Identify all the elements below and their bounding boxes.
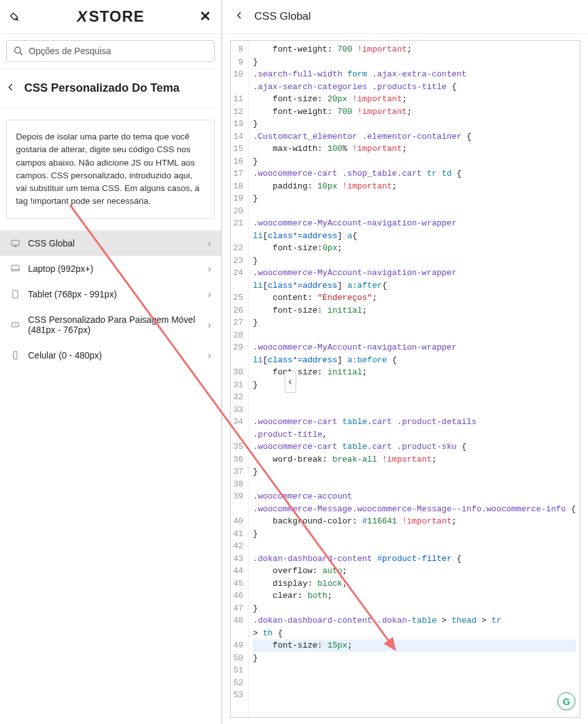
code-line[interactable]: font-size: 20px !important; (253, 93, 576, 106)
menu-item-0[interactable]: CSS Global› (0, 231, 221, 256)
chevron-right-icon: › (208, 264, 212, 274)
menu-item-1[interactable]: Laptop (992px+)› (0, 256, 221, 281)
section-title-row: CSS Personalizado Do Tema (0, 69, 221, 108)
code-line[interactable]: li[class*=address] a{ (253, 230, 576, 243)
device-icon (10, 264, 20, 274)
search-icon (13, 46, 24, 56)
code-line[interactable] (253, 677, 576, 690)
device-icon (10, 238, 20, 248)
svg-rect-5 (11, 265, 19, 271)
code-line[interactable]: background-color: #116641 !important; (253, 515, 576, 528)
logo-text: STORE (89, 8, 145, 25)
line-gutter: 8910111213141516171819202122232425262728… (231, 41, 249, 717)
code-line[interactable]: .dokan-dashboard-content #product-filter… (253, 553, 576, 565)
search-placeholder: Opções de Pesquisa (29, 46, 111, 56)
right-title: CSS Global (254, 10, 311, 23)
code-line[interactable]: .woocommerce-MyAccount-navigation-wrappe… (253, 217, 576, 230)
left-panel: XSTORE ✕ Opções de Pesquisa CSS Personal… (0, 0, 222, 724)
menu-list: CSS Global›Laptop (992px+)›Tablet (768px… (0, 231, 221, 368)
code-line[interactable] (253, 540, 576, 553)
code-line[interactable]: } (253, 155, 576, 168)
code-line[interactable]: max-width: 100% !important; (253, 143, 576, 155)
code-line[interactable]: font-size:0px; (253, 242, 576, 255)
svg-point-0 (15, 47, 20, 53)
code-line[interactable]: overflow: auto; (253, 565, 576, 578)
code-line[interactable]: } (253, 118, 576, 131)
logo: XSTORE (77, 8, 145, 25)
code-line[interactable]: li[class*=address] a:before { (253, 354, 576, 367)
right-panel: CSS Global 89101112131415161718192021222… (222, 0, 588, 724)
close-icon[interactable]: ✕ (199, 8, 211, 25)
menu-item-2[interactable]: Tablet (768px - 991px)› (0, 281, 221, 307)
code-line[interactable] (253, 205, 576, 218)
code-line[interactable]: } (253, 192, 576, 205)
code-line[interactable]: display: block; (253, 578, 576, 590)
grammarly-badge-letter: G (563, 696, 570, 707)
code-line[interactable]: .dokan-dashboard-content .dokan-table > … (253, 614, 576, 627)
code-line[interactable] (253, 391, 576, 404)
menu-item-label: Tablet (768px - 991px) (28, 289, 117, 299)
menu-item-label: Laptop (992px+) (28, 264, 93, 274)
code-line[interactable] (253, 664, 576, 677)
svg-rect-2 (11, 240, 19, 245)
code-line[interactable] (253, 478, 576, 491)
svg-line-1 (20, 52, 22, 55)
code-line[interactable]: .woocommerce-MyAccount-navigation-wrappe… (253, 267, 576, 280)
collapse-handle[interactable] (285, 371, 296, 393)
section-title: CSS Personalizado Do Tema (24, 82, 180, 95)
code-line[interactable]: } (253, 316, 576, 329)
code-line[interactable] (253, 329, 576, 342)
code-line[interactable]: .ajax-search-categories .products-title … (253, 81, 576, 94)
code-line[interactable]: font-size: initial; (253, 304, 576, 317)
code-line[interactable]: .Customcart_elementor .elementor-contain… (253, 131, 576, 143)
device-icon (10, 320, 20, 330)
grammarly-badge[interactable]: G (557, 692, 575, 710)
code-line[interactable] (253, 689, 576, 702)
code-line[interactable]: > th { (253, 627, 576, 640)
code-line[interactable]: font-size: initial; (253, 366, 576, 379)
brush-icon[interactable] (9, 11, 24, 22)
right-back-icon[interactable] (235, 11, 244, 22)
code-line[interactable]: content: "Endereços"; (253, 292, 576, 304)
code-line[interactable]: font-weight: 700 !important; (253, 106, 576, 118)
device-icon (10, 350, 20, 360)
code-line[interactable]: } (253, 255, 576, 267)
description-box: Depois de isolar uma parte do tema que v… (6, 120, 215, 219)
code-line[interactable]: } (253, 602, 576, 615)
code-line[interactable]: .woocommerce-MyAccount-navigation-wrappe… (253, 341, 576, 354)
code-line[interactable]: .woocommerce-Message.woocommerce-Message… (253, 503, 576, 516)
menu-item-4[interactable]: Celular (0 - 480px)› (0, 343, 221, 368)
search-input[interactable]: Opções de Pesquisa (6, 40, 215, 62)
svg-point-10 (15, 324, 16, 325)
menu-item-3[interactable]: CSS Personalizado Para Paisagem Móvel (4… (0, 307, 221, 343)
code-line[interactable]: } (253, 465, 576, 478)
chevron-right-icon: › (208, 238, 212, 248)
code-line[interactable]: li[class*=address] a:after{ (253, 280, 576, 292)
code-line[interactable]: } (253, 56, 576, 69)
code-line[interactable]: font-size: 15px; (253, 639, 576, 652)
search-row: Opções de Pesquisa (0, 34, 221, 69)
right-panel-header: CSS Global (222, 0, 588, 34)
code-editor[interactable]: 8910111213141516171819202122232425262728… (230, 40, 580, 718)
code-line[interactable]: .woocommerce-account (253, 490, 576, 503)
code-line[interactable]: .product-title, (253, 429, 576, 441)
code-line[interactable]: } (253, 379, 576, 392)
back-icon[interactable] (6, 83, 15, 94)
device-icon (10, 289, 20, 299)
code-line[interactable]: .search-full-width form .ajax-extra-cont… (253, 68, 576, 81)
code-line[interactable]: .woocommerce-cart table.cart .product-de… (253, 416, 576, 429)
menu-item-label: CSS Global (28, 238, 75, 248)
left-panel-header: XSTORE ✕ (0, 0, 221, 34)
code-area[interactable]: font-weight: 700 !important;}.search-ful… (249, 41, 580, 717)
code-line[interactable]: } (253, 652, 576, 665)
chevron-right-icon: › (208, 350, 212, 360)
chevron-right-icon: › (208, 289, 212, 299)
code-line[interactable]: padding: 10px !important; (253, 180, 576, 193)
code-line[interactable]: .woocommerce-cart table.cart .product-sk… (253, 441, 576, 453)
code-line[interactable]: word-break: break-all !important; (253, 453, 576, 466)
code-line[interactable]: font-weight: 700 !important; (253, 43, 576, 56)
code-line[interactable]: } (253, 528, 576, 541)
code-line[interactable]: clear: both; (253, 590, 576, 602)
code-line[interactable] (253, 404, 576, 416)
code-line[interactable]: .woocommerce-cart .shop_table.cart tr td… (253, 167, 576, 180)
